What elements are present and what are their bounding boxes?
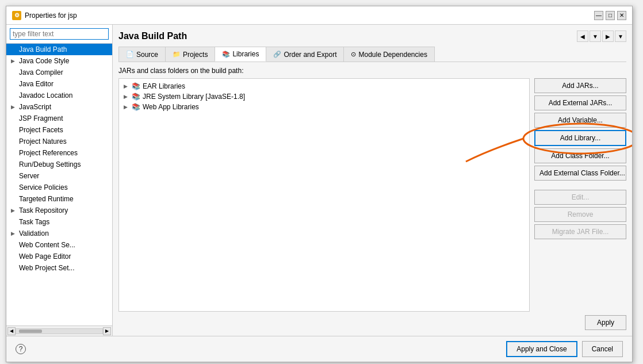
tab-projects[interactable]: 📁Projects xyxy=(165,47,215,62)
sidebar-label-validation: Validation xyxy=(19,229,49,237)
sidebar-item-web-project-settings[interactable]: Web Project Set... xyxy=(6,262,112,274)
tab-libraries[interactable]: 📚Libraries xyxy=(215,47,266,62)
minimize-button[interactable]: — xyxy=(594,11,603,20)
sidebar-item-java-compiler[interactable]: Java Compiler xyxy=(6,67,112,78)
tree-arrow-web-app-libraries: ▶ xyxy=(124,104,129,110)
remove-button: Remove xyxy=(534,207,626,222)
sidebar-item-jsp-fragment[interactable]: JSP Fragment xyxy=(6,113,112,124)
sidebar-scroll-area[interactable]: Java Build Path▶Java Code Style Java Com… xyxy=(6,44,112,325)
add-external-jars-button[interactable]: Add External JARs... xyxy=(534,95,626,110)
expand-arrow-task-repository: ▶ xyxy=(11,208,17,213)
scroll-left-arrow[interactable]: ◀ xyxy=(7,327,16,335)
sidebar-item-java-code-style[interactable]: ▶Java Code Style xyxy=(6,55,112,67)
sidebar-item-java-editor[interactable]: Java Editor xyxy=(6,78,112,90)
tab-label-projects: Projects xyxy=(183,51,208,59)
buttons-panel: Add JARs...Add External JARs...Add Varia… xyxy=(534,78,626,312)
scroll-right-arrow[interactable]: ▶ xyxy=(103,327,111,335)
tree-label-web-app-libraries: Web App Libraries xyxy=(143,103,199,111)
dialog-title: Properties for jsp xyxy=(25,12,77,20)
sidebar-item-javadoc-location[interactable]: Javadoc Location xyxy=(6,90,112,101)
cancel-button[interactable]: Cancel xyxy=(582,341,623,357)
sidebar-item-task-repository[interactable]: ▶Task Repository xyxy=(6,205,112,216)
tree-label-ear-libraries: EAR Libraries xyxy=(143,82,185,90)
sidebar-item-project-natures[interactable]: Project Natures xyxy=(6,136,112,147)
apply-button[interactable]: Apply xyxy=(585,315,626,330)
sidebar-item-project-facets[interactable]: Project Facets xyxy=(6,124,112,136)
tree-item-jre-system-library[interactable]: ▶📚JRE System Library [JavaSE-1.8] xyxy=(121,91,527,102)
sidebar-label-project-natures: Project Natures xyxy=(19,137,67,145)
add-jars-button[interactable]: Add JARs... xyxy=(534,78,626,93)
add-library-button[interactable]: Add Library... xyxy=(534,130,626,146)
migrate-jar-button: Migrate JAR File... xyxy=(534,224,626,239)
sidebar-item-service-policies[interactable]: Service Policies xyxy=(6,182,112,193)
tab-source[interactable]: 📄Source xyxy=(118,47,166,62)
add-class-folder-button[interactable]: Add Class Folder... xyxy=(534,148,626,163)
tab-icon-libraries: 📚 xyxy=(222,51,230,58)
nav-arrows: ◀ ▼ ▶ ▼ xyxy=(577,30,626,42)
edit-button: Edit... xyxy=(534,190,626,205)
sidebar-label-project-facets: Project Facets xyxy=(19,126,63,134)
sidebar: type filter text Java Build Path▶Java Co… xyxy=(6,25,113,336)
sidebar-item-web-content-settings[interactable]: Web Content Se... xyxy=(6,239,112,251)
expand-arrow-java-code-style: ▶ xyxy=(11,58,17,64)
sidebar-label-java-code-style: Java Code Style xyxy=(19,57,69,65)
title-bar-left: ⚙ Properties for jsp xyxy=(12,11,77,20)
tree-label-jre-system-library: JRE System Library [JavaSE-1.8] xyxy=(143,93,245,101)
sidebar-item-web-page-editor[interactable]: Web Page Editor xyxy=(6,251,112,262)
window-controls: — □ ✕ xyxy=(594,11,626,20)
close-button[interactable]: ✕ xyxy=(617,11,626,20)
tree-area[interactable]: ▶📚EAR Libraries▶📚JRE System Library [Jav… xyxy=(118,78,530,312)
panel-description: JARs and class folders on the build path… xyxy=(118,67,626,75)
help-icon[interactable]: ? xyxy=(16,344,26,354)
properties-dialog: ⚙ Properties for jsp — □ ✕ type filter t… xyxy=(6,6,633,362)
nav-forward-dropdown-button[interactable]: ▼ xyxy=(615,30,626,42)
sidebar-label-java-editor: Java Editor xyxy=(19,80,53,88)
title-bar: ⚙ Properties for jsp — □ ✕ xyxy=(6,6,632,25)
sidebar-item-task-tags[interactable]: Task Tags xyxy=(6,216,112,228)
footer: ? Apply and Close Cancel xyxy=(6,336,632,362)
sidebar-item-validation[interactable]: ▶Validation xyxy=(6,228,112,239)
content-title: Java Build Path xyxy=(118,31,187,41)
sidebar-label-web-content-settings: Web Content Se... xyxy=(19,241,75,249)
tree-item-web-app-libraries[interactable]: ▶📚Web App Libraries xyxy=(121,102,527,112)
sidebar-item-server[interactable]: Server xyxy=(6,170,112,182)
nav-dropdown-button[interactable]: ▼ xyxy=(590,30,601,42)
nav-back-button[interactable]: ◀ xyxy=(577,30,588,42)
tree-arrow-jre-system-library: ▶ xyxy=(124,94,129,99)
tree-icon-jre-system-library: 📚 xyxy=(132,93,140,101)
tab-icon-order-export: 🔗 xyxy=(273,51,281,58)
sidebar-item-java-build-path[interactable]: Java Build Path xyxy=(6,44,112,55)
horizontal-scroll-track[interactable] xyxy=(16,328,103,334)
horizontal-scroll-thumb xyxy=(19,329,42,333)
tab-order-export[interactable]: 🔗Order and Export xyxy=(266,47,344,62)
filter-input[interactable]: type filter text xyxy=(10,28,109,40)
expand-arrow-validation: ▶ xyxy=(11,231,17,236)
sidebar-horizontal-scroll: ◀ ▶ xyxy=(6,325,112,336)
expand-arrow-javascript: ▶ xyxy=(11,104,17,110)
apply-close-button[interactable]: Apply and Close xyxy=(506,341,577,357)
sidebar-label-javascript: JavaScript xyxy=(19,103,51,111)
content-area: Java Build Path ◀ ▼ ▶ ▼ 📄Source📁Projects… xyxy=(113,25,632,336)
footer-right: Apply and Close Cancel xyxy=(506,341,623,357)
tree-item-ear-libraries[interactable]: ▶📚EAR Libraries xyxy=(121,81,527,91)
add-variable-button[interactable]: Add Variable... xyxy=(534,113,626,128)
nav-forward-button[interactable]: ▶ xyxy=(602,30,614,42)
filter-box: type filter text xyxy=(6,25,112,44)
tab-icon-module-dependencies: ⊙ xyxy=(351,51,356,58)
main-panel: JARs and class folders on the build path… xyxy=(118,67,626,330)
sidebar-label-server: Server xyxy=(19,172,39,180)
sidebar-item-javascript[interactable]: ▶JavaScript xyxy=(6,101,112,113)
sidebar-item-project-references[interactable]: Project References xyxy=(6,147,112,159)
panel-content: ▶📚EAR Libraries▶📚JRE System Library [Jav… xyxy=(118,78,626,312)
tab-module-dependencies[interactable]: ⊙Module Dependencies xyxy=(343,47,434,62)
restore-button[interactable]: □ xyxy=(606,11,615,20)
sidebar-label-project-references: Project References xyxy=(19,149,78,157)
apply-section: Apply xyxy=(118,312,626,330)
tab-label-module-dependencies: Module Dependencies xyxy=(358,51,427,59)
sidebar-item-targeted-runtime[interactable]: Targeted Runtime xyxy=(6,193,112,205)
tab-label-order-export: Order and Export xyxy=(284,51,336,59)
add-external-class-folder-button[interactable]: Add External Class Folder... xyxy=(534,166,626,181)
sidebar-item-run-debug-settings[interactable]: Run/Debug Settings xyxy=(6,159,112,170)
button-separator xyxy=(534,183,626,187)
dialog-icon: ⚙ xyxy=(12,11,21,20)
